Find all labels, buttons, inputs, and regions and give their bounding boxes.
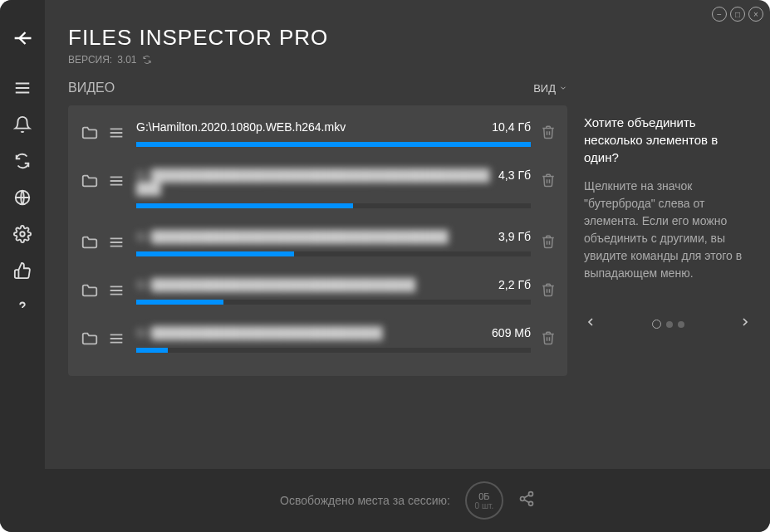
file-name: G:\████████████████████████████████████ — [136, 230, 449, 243]
folder-icon[interactable] — [80, 124, 100, 145]
share-button[interactable] — [518, 491, 535, 510]
version-number: 3.01 — [117, 54, 136, 66]
view-selector[interactable]: ВИД — [533, 82, 567, 95]
folder-icon[interactable] — [80, 233, 100, 255]
tips-title: Хотите объединить несколько элементов в … — [584, 114, 752, 166]
file-size: 4,3 Гб — [498, 168, 531, 182]
delete-button[interactable] — [541, 326, 556, 349]
footer-size: 0Б — [478, 491, 489, 501]
tips-nav — [584, 315, 752, 333]
delete-button[interactable] — [541, 230, 556, 253]
chevron-down-icon — [559, 84, 567, 92]
svg-line-25 — [524, 500, 529, 502]
file-name: G:\█████████████████████████████████████… — [136, 168, 492, 195]
delete-button[interactable] — [541, 278, 556, 301]
menu-icon[interactable] — [0, 70, 45, 106]
tips-panel: Хотите объединить несколько элементов в … — [577, 72, 758, 469]
tips-dot[interactable] — [666, 321, 673, 328]
list-item: G:\████████████████████████████609 Мб — [68, 320, 567, 356]
list-item: G:\█████████████████████████████████████… — [68, 162, 567, 212]
footer: Освобождено места за сессию: 0Б 0 шт. — [45, 469, 770, 532]
header: FILES INSPECTOR PRO ВЕРСИЯ: 3.01 — [45, 0, 770, 72]
tips-dots — [652, 320, 684, 329]
stack-icon[interactable] — [106, 124, 126, 145]
delete-button[interactable] — [541, 120, 556, 144]
stack-icon[interactable] — [106, 172, 126, 193]
minimize-button[interactable]: − — [712, 7, 727, 22]
thumbs-up-icon[interactable] — [0, 252, 45, 289]
refresh-icon[interactable] — [0, 143, 45, 179]
maximize-button[interactable]: □ — [730, 7, 745, 22]
tips-body: Щелкните на значок "бутерброда" слева от… — [584, 178, 752, 282]
size-bar — [136, 142, 531, 147]
file-name: G:\████████████████████████████ — [136, 326, 382, 339]
section-title: ВИДЕО — [68, 81, 115, 95]
file-name: G:\Hamilton.2020.1080p.WEB.h264.mkv — [136, 120, 346, 134]
file-size: 609 Мб — [492, 326, 531, 339]
size-bar — [136, 203, 531, 208]
svg-point-21 — [528, 492, 532, 496]
window-controls: − □ × — [712, 7, 763, 22]
svg-point-23 — [528, 501, 532, 505]
tips-prev-button[interactable] — [584, 315, 597, 333]
list-item: G:\Hamilton.2020.1080p.WEB.h264.mkv10,4 … — [68, 114, 567, 150]
back-button[interactable] — [0, 20, 45, 56]
version-line: ВЕРСИЯ: 3.01 — [68, 54, 747, 66]
list-item: G:\████████████████████████████████2,2 Г… — [68, 271, 567, 308]
file-list[interactable]: G:\Hamilton.2020.1080p.WEB.h264.mkv10,4 … — [68, 105, 567, 376]
list-item: G:\████████████████████████████████████3… — [68, 223, 567, 260]
size-bar — [136, 251, 531, 256]
svg-line-24 — [524, 495, 529, 497]
folder-icon[interactable] — [80, 329, 100, 351]
app-window: − □ × FILES INSPECTOR PRO ВЕРСИЯ: 3.01 В… — [0, 0, 770, 532]
update-check-icon[interactable] — [142, 55, 152, 65]
tips-dot[interactable] — [652, 320, 661, 329]
folder-icon[interactable] — [80, 172, 100, 193]
svg-point-4 — [20, 232, 25, 237]
stack-icon[interactable] — [106, 281, 126, 303]
file-size: 2,2 Гб — [498, 278, 531, 291]
footer-label: Освобождено места за сессию: — [280, 494, 450, 507]
list-header: ВИДЕО ВИД — [68, 81, 567, 95]
bell-icon[interactable] — [0, 106, 45, 143]
content-row: ВИДЕО ВИД G:\Hamilton.2020.1080p.WEB.h26… — [45, 72, 770, 469]
view-label: ВИД — [533, 82, 556, 95]
tips-next-button[interactable] — [738, 315, 752, 333]
footer-circle: 0Б 0 шт. — [465, 481, 503, 520]
folder-icon[interactable] — [80, 281, 100, 303]
file-name: G:\████████████████████████████████ — [136, 278, 415, 291]
help-icon[interactable] — [0, 289, 45, 325]
size-bar — [136, 300, 531, 305]
close-button[interactable]: × — [748, 7, 763, 22]
svg-point-22 — [520, 497, 524, 501]
file-size: 3,9 Гб — [498, 230, 531, 243]
globe-icon[interactable] — [0, 179, 45, 216]
stack-icon[interactable] — [106, 329, 126, 351]
version-prefix: ВЕРСИЯ: — [68, 54, 112, 66]
gear-icon[interactable] — [0, 216, 45, 252]
size-bar — [136, 348, 531, 353]
file-size: 10,4 Гб — [492, 120, 531, 134]
delete-button[interactable] — [541, 168, 556, 192]
stack-icon[interactable] — [106, 233, 126, 255]
app-title: FILES INSPECTOR PRO — [68, 25, 747, 51]
main-area: − □ × FILES INSPECTOR PRO ВЕРСИЯ: 3.01 В… — [45, 0, 770, 532]
sidebar — [0, 0, 45, 532]
tips-dot[interactable] — [678, 321, 684, 328]
list-area: ВИДЕО ВИД G:\Hamilton.2020.1080p.WEB.h26… — [68, 72, 567, 469]
footer-count: 0 шт. — [475, 501, 494, 510]
